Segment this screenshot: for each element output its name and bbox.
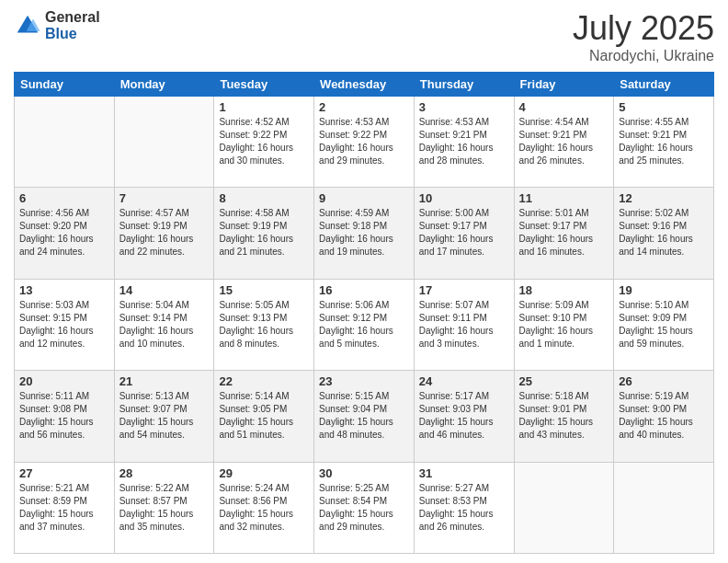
calendar-cell: 8Sunrise: 4:58 AMSunset: 9:19 PMDaylight… [214, 188, 314, 279]
day-number: 6 [19, 191, 109, 205]
calendar-cell: 13Sunrise: 5:03 AMSunset: 9:15 PMDayligh… [15, 279, 115, 370]
day-info: Sunrise: 4:57 AMSunset: 9:19 PMDaylight:… [119, 207, 210, 259]
day-info: Sunrise: 5:01 AMSunset: 9:17 PMDaylight:… [519, 207, 609, 259]
calendar-cell: 9Sunrise: 4:59 AMSunset: 9:18 PMDaylight… [314, 188, 415, 279]
calendar-cell: 4Sunrise: 4:54 AMSunset: 9:21 PMDaylight… [514, 97, 614, 188]
day-number: 28 [119, 466, 210, 480]
calendar-cell: 28Sunrise: 5:22 AMSunset: 8:57 PMDayligh… [114, 462, 214, 553]
day-number: 11 [519, 191, 609, 205]
calendar-week-row: 6Sunrise: 4:56 AMSunset: 9:20 PMDaylight… [15, 188, 714, 279]
calendar-cell: 12Sunrise: 5:02 AMSunset: 9:16 PMDayligh… [614, 188, 714, 279]
calendar-cell: 31Sunrise: 5:27 AMSunset: 8:53 PMDayligh… [414, 462, 514, 553]
day-number: 29 [219, 466, 309, 480]
day-info: Sunrise: 5:25 AMSunset: 8:54 PMDaylight:… [319, 482, 409, 534]
day-info: Sunrise: 5:27 AMSunset: 8:53 PMDaylight:… [419, 482, 509, 534]
logo-icon [14, 12, 41, 40]
calendar-cell: 18Sunrise: 5:09 AMSunset: 9:10 PMDayligh… [514, 279, 614, 370]
page: General Blue July 2025 Narodychi, Ukrain… [0, 0, 728, 563]
logo-text: General Blue [45, 9, 100, 41]
calendar-week-row: 13Sunrise: 5:03 AMSunset: 9:15 PMDayligh… [15, 279, 714, 370]
calendar-week-row: 1Sunrise: 4:52 AMSunset: 9:22 PMDaylight… [15, 97, 714, 188]
day-number: 24 [419, 374, 509, 388]
calendar-cell: 25Sunrise: 5:18 AMSunset: 9:01 PMDayligh… [514, 371, 614, 462]
calendar-cell: 5Sunrise: 4:55 AMSunset: 9:21 PMDaylight… [614, 97, 714, 188]
title-block: July 2025 Narodychi, Ukraine [573, 9, 714, 64]
day-number: 23 [319, 374, 409, 388]
calendar-cell: 7Sunrise: 4:57 AMSunset: 9:19 PMDaylight… [114, 188, 214, 279]
day-info: Sunrise: 5:15 AMSunset: 9:04 PMDaylight:… [319, 390, 409, 442]
day-number: 30 [319, 466, 409, 480]
calendar-header-saturday: Saturday [614, 73, 714, 97]
day-info: Sunrise: 4:55 AMSunset: 9:21 PMDaylight:… [619, 116, 709, 167]
day-number: 2 [319, 100, 409, 114]
day-number: 8 [219, 191, 309, 205]
day-info: Sunrise: 5:05 AMSunset: 9:13 PMDaylight:… [219, 299, 309, 350]
calendar-cell: 26Sunrise: 5:19 AMSunset: 9:00 PMDayligh… [614, 371, 714, 462]
day-number: 25 [519, 374, 609, 388]
calendar-cell: 16Sunrise: 5:06 AMSunset: 9:12 PMDayligh… [314, 279, 415, 370]
calendar-cell: 6Sunrise: 4:56 AMSunset: 9:20 PMDaylight… [15, 188, 115, 279]
calendar-cell [15, 97, 115, 188]
day-info: Sunrise: 5:04 AMSunset: 9:14 PMDaylight:… [119, 299, 210, 350]
day-number: 21 [119, 374, 210, 388]
calendar-cell: 24Sunrise: 5:17 AMSunset: 9:03 PMDayligh… [414, 371, 514, 462]
day-number: 13 [19, 283, 109, 297]
calendar-cell: 1Sunrise: 4:52 AMSunset: 9:22 PMDaylight… [214, 97, 314, 188]
calendar-header-thursday: Thursday [414, 73, 514, 97]
calendar-cell: 27Sunrise: 5:21 AMSunset: 8:59 PMDayligh… [15, 462, 115, 553]
title-month: July 2025 [573, 9, 714, 48]
calendar-cell: 17Sunrise: 5:07 AMSunset: 9:11 PMDayligh… [414, 279, 514, 370]
day-info: Sunrise: 5:11 AMSunset: 9:08 PMDaylight:… [19, 390, 109, 442]
day-info: Sunrise: 5:03 AMSunset: 9:15 PMDaylight:… [19, 299, 109, 350]
day-info: Sunrise: 5:00 AMSunset: 9:17 PMDaylight:… [419, 207, 509, 259]
day-info: Sunrise: 5:13 AMSunset: 9:07 PMDaylight:… [119, 390, 210, 442]
calendar-cell [114, 97, 214, 188]
day-number: 26 [619, 374, 709, 388]
day-info: Sunrise: 5:09 AMSunset: 9:10 PMDaylight:… [519, 299, 609, 350]
day-number: 16 [319, 283, 409, 297]
day-number: 9 [319, 191, 409, 205]
calendar-header-monday: Monday [114, 73, 214, 97]
day-info: Sunrise: 5:14 AMSunset: 9:05 PMDaylight:… [219, 390, 309, 442]
calendar-cell: 19Sunrise: 5:10 AMSunset: 9:09 PMDayligh… [614, 279, 714, 370]
calendar-cell: 2Sunrise: 4:53 AMSunset: 9:22 PMDaylight… [314, 97, 415, 188]
calendar-cell: 29Sunrise: 5:24 AMSunset: 8:56 PMDayligh… [214, 462, 314, 553]
day-info: Sunrise: 5:19 AMSunset: 9:00 PMDaylight:… [619, 390, 709, 442]
day-number: 12 [619, 191, 709, 205]
day-info: Sunrise: 4:53 AMSunset: 9:22 PMDaylight:… [319, 116, 409, 167]
calendar-header-tuesday: Tuesday [214, 73, 314, 97]
calendar-cell: 10Sunrise: 5:00 AMSunset: 9:17 PMDayligh… [414, 188, 514, 279]
calendar-cell [614, 462, 714, 553]
day-info: Sunrise: 5:18 AMSunset: 9:01 PMDaylight:… [519, 390, 609, 442]
calendar-cell: 23Sunrise: 5:15 AMSunset: 9:04 PMDayligh… [314, 371, 415, 462]
day-number: 27 [19, 466, 109, 480]
day-info: Sunrise: 4:54 AMSunset: 9:21 PMDaylight:… [519, 116, 609, 167]
logo-general: General [45, 9, 100, 26]
day-number: 20 [19, 374, 109, 388]
day-info: Sunrise: 4:53 AMSunset: 9:21 PMDaylight:… [419, 116, 509, 167]
day-number: 3 [419, 100, 509, 114]
day-number: 17 [419, 283, 509, 297]
logo: General Blue [14, 9, 100, 41]
day-info: Sunrise: 4:56 AMSunset: 9:20 PMDaylight:… [19, 207, 109, 259]
day-info: Sunrise: 5:10 AMSunset: 9:09 PMDaylight:… [619, 299, 709, 350]
day-info: Sunrise: 5:17 AMSunset: 9:03 PMDaylight:… [419, 390, 509, 442]
day-number: 14 [119, 283, 210, 297]
calendar-header-wednesday: Wednesday [314, 73, 415, 97]
calendar-cell: 15Sunrise: 5:05 AMSunset: 9:13 PMDayligh… [214, 279, 314, 370]
day-number: 15 [219, 283, 309, 297]
day-number: 7 [119, 191, 210, 205]
calendar-table: SundayMondayTuesdayWednesdayThursdayFrid… [14, 72, 714, 554]
day-number: 31 [419, 466, 509, 480]
logo-blue: Blue [45, 26, 100, 42]
calendar-cell [514, 462, 614, 553]
day-number: 1 [219, 100, 309, 114]
day-info: Sunrise: 5:24 AMSunset: 8:56 PMDaylight:… [219, 482, 309, 534]
day-info: Sunrise: 5:06 AMSunset: 9:12 PMDaylight:… [319, 299, 409, 350]
calendar-cell: 11Sunrise: 5:01 AMSunset: 9:17 PMDayligh… [514, 188, 614, 279]
day-info: Sunrise: 4:52 AMSunset: 9:22 PMDaylight:… [219, 116, 309, 167]
day-number: 10 [419, 191, 509, 205]
calendar-cell: 14Sunrise: 5:04 AMSunset: 9:14 PMDayligh… [114, 279, 214, 370]
day-info: Sunrise: 5:22 AMSunset: 8:57 PMDaylight:… [119, 482, 210, 534]
day-number: 22 [219, 374, 309, 388]
